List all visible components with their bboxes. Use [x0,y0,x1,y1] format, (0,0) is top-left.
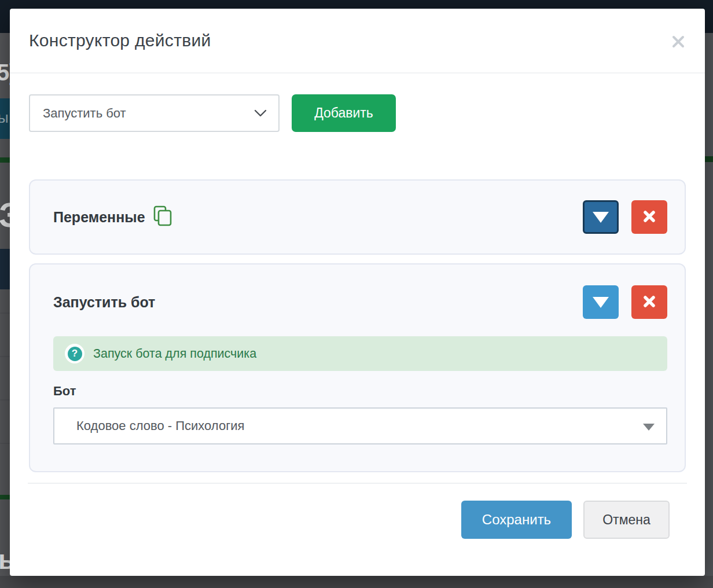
background-green-divider [0,495,10,499]
action-constructor-modal: Конструктор действий Запустить бот [10,9,705,576]
close-icon [670,34,686,52]
cancel-button[interactable]: Отмена [583,501,670,539]
x-cross-icon [643,295,656,310]
background-page-left-strip: 5] ы З ь [0,33,10,576]
panel-variables-title: Переменные [53,209,145,226]
copy-icon[interactable] [153,205,172,229]
background-text-fragment: З [0,195,10,235]
background-green-divider [705,156,713,162]
bot-select[interactable]: Кодовое слово - Психология [53,407,667,444]
modal-body: Запустить бот Добавить Переменные [10,74,705,472]
modal-title: Конструктор действий [29,31,211,50]
modal-header: Конструктор действий [10,9,705,74]
action-type-select-value: Запустить бот [43,106,126,121]
panel-launch-bot-controls [583,285,667,319]
action-type-select[interactable]: Запустить бот [29,94,280,132]
background-text-fragment: ы [0,109,9,127]
help-alert: ? Запуск бота для подписчика [53,336,667,371]
bot-field-label: Бот [53,384,667,399]
triangle-down-icon [593,297,609,308]
add-action-button[interactable]: Добавить [292,94,396,132]
triangle-down-icon [593,212,609,223]
background-table-row-line [0,356,10,357]
background-table-row-line [0,443,10,444]
background-green-divider [0,157,10,163]
background-table-row-line [0,399,10,400]
save-button[interactable]: Сохранить [461,501,572,539]
help-alert-text: Запуск бота для подписчика [93,347,256,361]
panel-variables-controls [583,200,667,234]
question-mark-glyph: ? [68,347,82,361]
panel-launch-bot: Запустить бот [29,263,686,472]
panel-variables-title-wrap: Переменные [53,205,172,229]
panel-variables: Переменные [29,179,686,255]
action-toolbar: Запустить бот Добавить [29,94,686,132]
question-mark-icon: ? [65,344,84,363]
screen: 5] ы З ь Конструктор действий [0,0,713,588]
collapse-panel-button[interactable] [583,285,619,319]
background-navy-block [0,249,10,289]
panel-launch-bot-header: Запустить бот [53,285,667,319]
background-text-fragment: ь [0,544,10,575]
collapse-panel-button[interactable] [583,200,619,234]
background-text-fragment: 5] [0,60,10,86]
chevron-down-icon [254,106,267,121]
close-button[interactable] [669,33,688,52]
background-page-right-strip [705,33,713,576]
remove-panel-button[interactable] [631,285,667,319]
background-teal-block: ы [0,98,10,139]
panel-launch-bot-title: Запустить бот [53,294,155,311]
modal-footer: Сохранить Отмена [10,484,705,539]
bot-select-value: Кодовое слово - Психология [76,418,244,433]
background-table-row-line [0,313,10,314]
caret-down-icon [643,424,655,431]
background-bottom-strip [0,576,713,588]
remove-panel-button[interactable] [631,200,667,234]
x-cross-icon [643,210,656,225]
